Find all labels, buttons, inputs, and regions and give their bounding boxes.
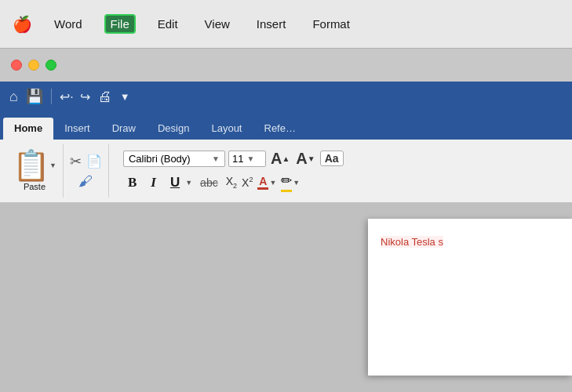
tab-draw[interactable]: Draw [101, 118, 147, 140]
undo-icon[interactable]: ↩ · [60, 89, 72, 104]
superscript-button[interactable]: X2 [242, 176, 253, 189]
window-chrome [0, 49, 572, 82]
tab-home[interactable]: Home [3, 118, 53, 140]
paste-button[interactable]: 📋 ▼ [13, 151, 56, 180]
more-dropdown-icon[interactable]: ▼ [120, 91, 130, 103]
paste-group: 📋 ▼ Paste [6, 144, 64, 198]
close-button[interactable] [11, 60, 22, 71]
font-name-select[interactable]: Calibri (Body) ▼ [123, 151, 225, 167]
tab-design[interactable]: Design [147, 118, 200, 140]
font-color-dropdown[interactable]: ▼ [269, 179, 276, 187]
clipboard-group: ✂ 📄 🖌 [64, 144, 109, 198]
home-icon[interactable]: ⌂ [9, 89, 18, 105]
view-menu[interactable]: View [200, 14, 235, 34]
subscript-button[interactable]: X2 [226, 175, 237, 190]
tab-references[interactable]: Refe… [253, 118, 307, 140]
redo-icon[interactable]: ↪ [80, 89, 90, 104]
bold-button[interactable]: B [123, 172, 141, 193]
mac-menubar: 🍎 Word File Edit View Insert Format [0, 0, 572, 49]
edit-menu[interactable]: Edit [153, 14, 183, 34]
document-text: Nikola Tesla s [381, 236, 443, 248]
ribbon: ⌂ 💾 ↩ · ↪ 🖨 ▼ Home Insert Draw Design La… [0, 82, 572, 203]
file-menu[interactable]: File [104, 14, 136, 34]
italic-button[interactable]: I [146, 172, 161, 193]
underline-dropdown[interactable]: ▼ [185, 179, 192, 187]
font-size-select[interactable]: 11 ▼ [228, 151, 266, 167]
save-icon[interactable]: 💾 [26, 88, 43, 105]
quick-access-toolbar: ⌂ 💾 ↩ · ↪ 🖨 ▼ [0, 82, 572, 111]
highlight-color-button[interactable]: ✏ [281, 172, 292, 192]
font-group: Calibri (Body) ▼ 11 ▼ A▲ A▼ Aa B I [109, 144, 358, 198]
decrease-font-size-button[interactable]: A▼ [294, 150, 316, 168]
highlight-dropdown[interactable]: ▼ [293, 179, 300, 187]
font-name-value: Calibri (Body) [129, 153, 209, 165]
paste-label: Paste [24, 182, 46, 191]
tab-insert[interactable]: Insert [53, 118, 101, 140]
document-page: Nikola Tesla s [368, 219, 572, 376]
font-size-arrow: ▼ [246, 154, 254, 163]
paste-dropdown-arrow[interactable]: ▼ [49, 162, 56, 169]
insert-menu[interactable]: Insert [252, 14, 291, 34]
tab-layout[interactable]: Layout [200, 118, 253, 140]
fullscreen-button[interactable] [46, 60, 56, 71]
strikethrough-button[interactable]: abc [197, 175, 221, 191]
clipboard-icon: 📋 [13, 151, 49, 180]
underline-button[interactable]: U [166, 172, 184, 193]
format-painter-icon[interactable]: 🖌 [78, 173, 93, 190]
highlight-icon: ✏ [281, 172, 292, 189]
font-color-button[interactable]: A [257, 176, 268, 190]
change-case-button[interactable]: Aa [320, 151, 344, 166]
apple-menu[interactable]: 🍎 [13, 15, 32, 34]
document-content: Nikola Tesla s [368, 219, 572, 261]
minimize-button[interactable] [28, 60, 39, 71]
ribbon-tabs: Home Insert Draw Design Layout Refe… [0, 111, 572, 140]
word-menu[interactable]: Word [49, 14, 87, 34]
copy-icon[interactable]: 📄 [86, 154, 102, 169]
highlight-color-indicator [281, 190, 292, 192]
print-icon[interactable]: 🖨 [98, 89, 112, 105]
format-menu[interactable]: Format [308, 14, 355, 34]
font-color-indicator [257, 187, 268, 190]
separator [51, 89, 52, 104]
ribbon-content: 📋 ▼ Paste ✂ 📄 🖌 Calibri (Body) [0, 140, 572, 203]
document-area: Nikola Tesla s [0, 203, 572, 392]
increase-font-size-button[interactable]: A▲ [269, 150, 291, 168]
cut-icon[interactable]: ✂ [70, 153, 82, 170]
font-color-letter: A [259, 176, 267, 187]
font-size-value: 11 [232, 153, 243, 165]
font-name-arrow: ▼ [212, 154, 220, 163]
